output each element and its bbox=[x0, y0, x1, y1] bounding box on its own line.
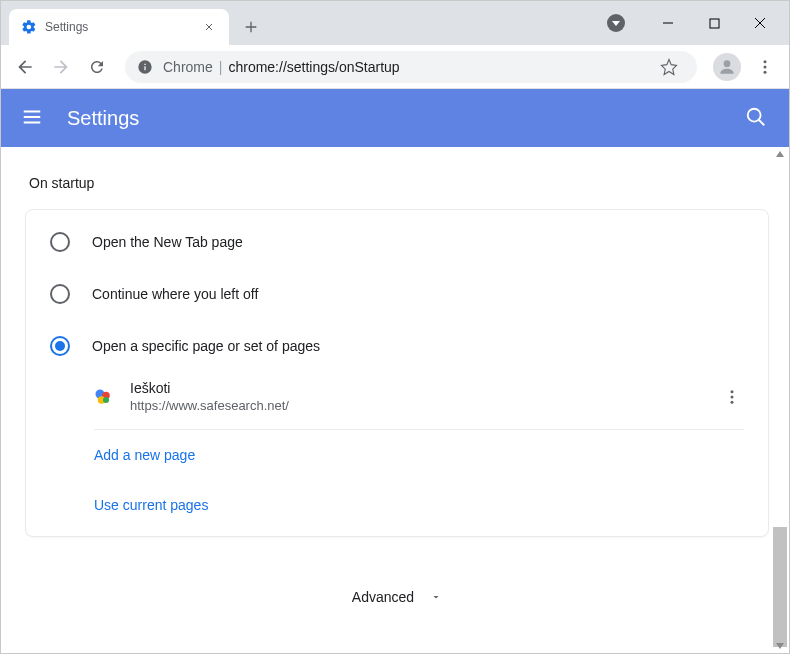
tab-title: Settings bbox=[45, 20, 201, 34]
back-button[interactable] bbox=[9, 51, 41, 83]
page-more-menu-icon[interactable] bbox=[720, 385, 744, 409]
browser-tab[interactable]: Settings bbox=[9, 9, 229, 45]
startup-page-row: Ieškoti https://www.safesearch.net/ bbox=[94, 372, 744, 430]
advanced-label: Advanced bbox=[352, 589, 414, 605]
svg-point-10 bbox=[731, 390, 734, 393]
settings-header: Settings bbox=[1, 89, 789, 147]
close-tab-icon[interactable] bbox=[201, 19, 217, 35]
search-icon[interactable] bbox=[745, 106, 769, 130]
address-bar[interactable]: Chrome|chrome://settings/onStartup bbox=[125, 51, 697, 83]
site-info-icon[interactable] bbox=[137, 59, 153, 75]
forward-button[interactable] bbox=[45, 51, 77, 83]
hamburger-menu-icon[interactable] bbox=[21, 106, 45, 130]
window-titlebar: Settings bbox=[1, 1, 789, 45]
svg-point-1 bbox=[724, 60, 731, 67]
svg-point-4 bbox=[764, 70, 767, 73]
radio-label: Open a specific page or set of pages bbox=[92, 338, 320, 354]
use-current-row[interactable]: Use current pages bbox=[26, 480, 768, 530]
close-window-button[interactable] bbox=[737, 7, 783, 39]
radio-label: Open the New Tab page bbox=[92, 234, 243, 250]
svg-point-12 bbox=[731, 400, 734, 403]
profile-avatar[interactable] bbox=[713, 53, 741, 81]
new-tab-button[interactable] bbox=[237, 13, 265, 41]
settings-content: On startup Open the New Tab page Continu… bbox=[1, 147, 789, 653]
svg-point-11 bbox=[731, 395, 734, 398]
chrome-menu-icon[interactable] bbox=[749, 51, 781, 83]
add-page-link[interactable]: Add a new page bbox=[94, 447, 195, 463]
svg-point-3 bbox=[764, 65, 767, 68]
startup-page-url: https://www.safesearch.net/ bbox=[130, 398, 710, 413]
account-status-icon[interactable] bbox=[607, 14, 625, 32]
radio-option-continue[interactable]: Continue where you left off bbox=[26, 268, 768, 320]
svg-point-2 bbox=[764, 60, 767, 63]
radio-option-newtab[interactable]: Open the New Tab page bbox=[26, 216, 768, 268]
address-text: Chrome|chrome://settings/onStartup bbox=[163, 59, 653, 75]
radio-option-specific[interactable]: Open a specific page or set of pages bbox=[26, 320, 768, 372]
add-page-row[interactable]: Add a new page bbox=[26, 430, 768, 480]
minimize-button[interactable] bbox=[645, 7, 691, 39]
svg-rect-0 bbox=[710, 19, 719, 28]
favicon-icon bbox=[94, 388, 112, 406]
radio-icon bbox=[50, 336, 70, 356]
gear-icon bbox=[21, 19, 37, 35]
bookmark-star-icon[interactable] bbox=[653, 51, 685, 83]
startup-page-name: Ieškoti bbox=[130, 380, 710, 396]
scrollbar[interactable] bbox=[773, 147, 787, 653]
radio-icon bbox=[50, 232, 70, 252]
svg-point-9 bbox=[103, 397, 109, 403]
browser-toolbar: Chrome|chrome://settings/onStartup bbox=[1, 45, 789, 89]
scrollbar-thumb[interactable] bbox=[773, 527, 787, 647]
reload-button[interactable] bbox=[81, 51, 113, 83]
advanced-toggle[interactable]: Advanced bbox=[25, 577, 769, 629]
radio-icon bbox=[50, 284, 70, 304]
chevron-down-icon bbox=[430, 591, 442, 603]
section-title: On startup bbox=[29, 175, 769, 191]
radio-label: Continue where you left off bbox=[92, 286, 258, 302]
startup-card: Open the New Tab page Continue where you… bbox=[25, 209, 769, 537]
svg-point-5 bbox=[748, 109, 761, 122]
use-current-link[interactable]: Use current pages bbox=[94, 497, 208, 513]
maximize-button[interactable] bbox=[691, 7, 737, 39]
page-title: Settings bbox=[67, 107, 745, 130]
